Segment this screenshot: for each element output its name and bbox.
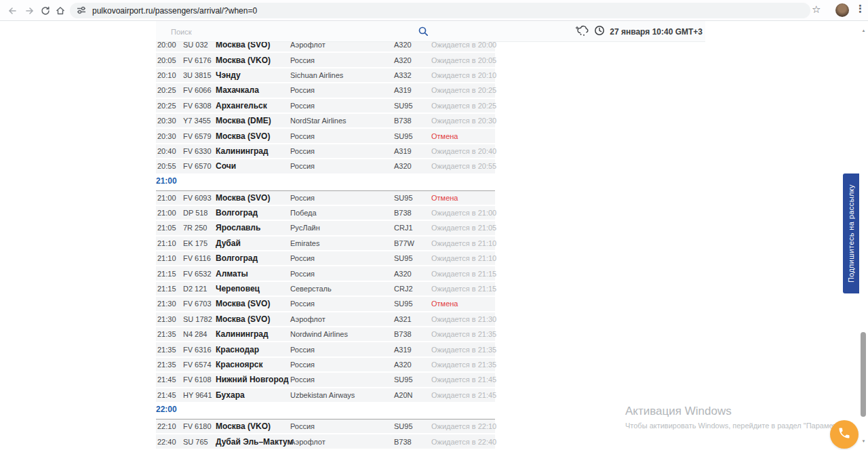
scrollbar-thumb[interactable] (861, 332, 866, 417)
phone-icon (837, 426, 851, 443)
flight-row[interactable]: 20:55FV 6570СочиРоссияA320Ожидается в 20… (156, 159, 495, 174)
flight-status: Ожидается в 21:10 (431, 254, 496, 262)
flight-aircraft: CRJ1 (394, 224, 431, 232)
clock-icon (594, 25, 605, 39)
flight-flight: FV 6093 (183, 194, 216, 202)
flight-flight: FV 6579 (183, 132, 216, 140)
flight-destination: Дубай (216, 239, 290, 248)
site-info-icon[interactable] (77, 5, 86, 17)
search-icon[interactable] (418, 26, 429, 39)
flight-status: Ожидается в 21:30 (431, 315, 496, 323)
subscribe-label: Подпишитесь на рассылку (847, 184, 855, 283)
flight-airline: Россия (290, 270, 394, 278)
flight-row[interactable]: 21:30SU 1782Москва (SVO)АэрофлотA321Ожид… (156, 312, 495, 327)
flight-time: 22:40 (156, 438, 183, 446)
flight-row[interactable]: 20:103U 3815ЧэндуSichuan AirlinesA332Ожи… (156, 68, 495, 83)
flight-flight: HY 9641 (183, 391, 216, 399)
reload-button[interactable] (39, 4, 52, 18)
flight-aircraft: A320 (394, 162, 431, 170)
flight-row[interactable]: 21:30FV 6703Москва (SVO)РоссияSU95Отмена (156, 297, 495, 312)
flight-destination: Дубай Эль–Мактум (216, 437, 290, 447)
menu-kebab-icon[interactable]: ⋮ (855, 3, 865, 15)
bookmark-star-icon[interactable]: ☆ (812, 3, 821, 16)
flight-row[interactable]: 20:40FV 6330КалининградРоссияA319Ожидает… (156, 144, 495, 159)
flight-airline: Россия (290, 194, 394, 202)
flight-row[interactable]: 20:25FV 6308АрхангельскРоссияSU95Ожидает… (156, 99, 495, 114)
search-input[interactable] (156, 21, 427, 42)
flight-aircraft: SU95 (394, 254, 431, 262)
flight-airline: Россия (290, 346, 394, 354)
flight-status: Ожидается в 21:45 (431, 375, 496, 384)
site-header: 27 января 10:40 GMT+3 (156, 21, 705, 42)
flight-row[interactable]: 21:15FV 6532АлматыРоссияA320Ожидается в … (156, 266, 495, 281)
flight-row[interactable]: 22:40SU 765Дубай Эль–МактумАэрофлотB738О… (156, 434, 495, 449)
flight-row[interactable]: 21:35N4 284КалининградNordwind AirlinesB… (156, 327, 495, 342)
flight-time: 20:55 (156, 162, 183, 170)
flight-aircraft: A321 (394, 315, 431, 323)
flight-time: 21:45 (156, 375, 183, 384)
home-button[interactable] (54, 4, 67, 18)
flight-flight: FV 6330 (183, 147, 216, 155)
flight-status: Ожидается в 20:10 (431, 71, 496, 79)
flight-row[interactable]: 21:00FV 6093Москва (SVO)РоссияSU95Отмена (156, 191, 495, 206)
flight-status: Ожидается в 21:15 (431, 285, 496, 293)
flight-airline: Sichuan Airlines (290, 71, 394, 79)
flight-destination: Красноярск (216, 360, 290, 369)
omnibox[interactable]: pulkovoairport.ru/passengers/arrival/?wh… (70, 3, 810, 18)
url-text: pulkovoairport.ru/passengers/arrival/?wh… (92, 6, 257, 16)
flight-airline: Uzbekistan Airways (290, 391, 394, 399)
flight-flight: FV 6180 (183, 422, 216, 430)
flight-row[interactable]: 21:35FV 6574КрасноярскРоссияA320Ожидаетс… (156, 358, 495, 373)
flight-airline: Россия (290, 375, 394, 384)
flight-airline: Россия (290, 254, 394, 262)
forward-button[interactable] (23, 4, 37, 18)
flight-row[interactable]: 20:25FV 6066МахачкалаРоссияA319Ожидается… (156, 83, 495, 98)
flight-destination: Калининград (216, 146, 290, 156)
flight-airline: Россия (290, 162, 394, 170)
watermark-subtitle: Чтобы активировать Windows, перейдите в … (625, 422, 850, 430)
flight-airline: Аэрофлот (290, 438, 394, 446)
flight-airline: Аэрофлот (290, 315, 394, 323)
flight-airline: Россия (290, 422, 394, 430)
flight-row[interactable]: 21:15D2 121ЧереповецСеверстальCRJ2Ожидае… (156, 282, 495, 297)
flight-destination: Архангельск (216, 101, 290, 110)
arrivals-page: 27 января 10:40 GMT+3 20:00SU 032Москва … (0, 21, 868, 450)
scroll-down-arrow[interactable]: ▼ (861, 439, 867, 443)
flight-flight: FV 6066 (183, 86, 216, 94)
flight-airline: РусЛайн (290, 224, 394, 232)
flight-destination: Сочи (216, 161, 290, 171)
flight-flight: N4 284 (183, 330, 216, 338)
flight-row[interactable]: 21:10FV 6116ВолгоградРоссияSU95Ожидается… (156, 251, 495, 266)
flight-row[interactable]: 20:30FV 6579Москва (SVO)РоссияSU95Отмена (156, 129, 495, 144)
flight-row[interactable]: 21:45HY 9641БухараUzbekistan AirwaysA20N… (156, 388, 495, 403)
flight-status: Ожидается в 20:05 (431, 56, 496, 64)
flight-time: 21:10 (156, 239, 183, 247)
flight-destination: Калининград (216, 329, 290, 339)
flight-aircraft: A319 (394, 86, 431, 94)
flight-row[interactable]: 20:05FV 6176Москва (VKO)РоссияA320Ожидае… (156, 53, 495, 68)
flight-time: 22:10 (156, 422, 183, 430)
flight-row[interactable]: 20:30Y7 3455Москва (DME)NordStar Airline… (156, 114, 495, 129)
time-section-label: 22:00 (156, 405, 177, 414)
time-section-header: 21:00 (156, 175, 495, 191)
flight-time: 21:05 (156, 224, 183, 232)
flight-row[interactable]: 21:057R 250ЯрославльРусЛайнCRJ1Ожидается… (156, 221, 495, 236)
flight-airline: Россия (290, 102, 394, 110)
flight-row[interactable]: 22:10FV 6180Москва (VKO)РоссияSU95Ожидае… (156, 420, 495, 434)
flight-aircraft: A320 (394, 270, 431, 278)
flight-row[interactable]: 21:45FV 6108Нижний НовгородРоссияSU95Ожи… (156, 373, 495, 388)
profile-avatar[interactable] (835, 3, 849, 17)
flight-row[interactable]: 21:00DP 518ВолгоградПобедаB738Ожидается … (156, 206, 495, 221)
subscribe-newsletter-button[interactable]: Подпишитесь на рассылку (843, 173, 859, 293)
watermark-title: Активация Windows (625, 405, 850, 418)
back-button[interactable] (5, 4, 19, 18)
phone-call-button[interactable] (830, 420, 859, 449)
flight-airline: Emirates (290, 239, 394, 247)
flight-row[interactable]: 21:10EK 175ДубайEmiratesB77WОжидается в … (156, 237, 495, 251)
flight-aircraft: B738 (394, 438, 431, 446)
flights-table: 20:00SU 032Москва (SVO)АэрофлотA320Ожида… (156, 38, 495, 450)
scrollbar[interactable]: ▲ ▼ (859, 21, 868, 450)
scroll-up-arrow[interactable]: ▲ (861, 28, 867, 33)
flight-time: 20:05 (156, 56, 183, 64)
flight-row[interactable]: 21:35FV 6316КраснодарРоссияA319Ожидается… (156, 342, 495, 357)
